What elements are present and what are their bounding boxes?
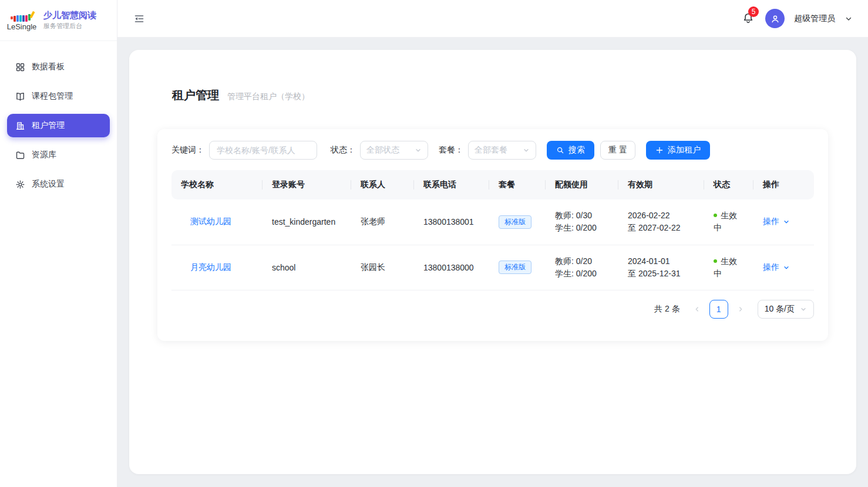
status-badge: 生效中 bbox=[714, 256, 737, 278]
sidebar-item-label: 租户管理 bbox=[32, 120, 65, 131]
quota-students: 学生: 0/200 bbox=[555, 222, 618, 234]
cell-school-name: 月亮幼儿园 bbox=[171, 245, 263, 290]
column-header-account: 登录账号 bbox=[263, 170, 351, 199]
chevron-down-icon bbox=[523, 147, 530, 154]
cell-package: 标准版 bbox=[489, 199, 546, 245]
validity-end: 至 2027-02-22 bbox=[628, 222, 704, 234]
quota-teachers: 教师: 0/30 bbox=[555, 209, 618, 222]
notification-badge: 5 bbox=[748, 6, 759, 17]
plus-icon bbox=[655, 146, 664, 154]
row-actions-label: 操作 bbox=[763, 262, 779, 273]
column-header-package: 套餐 bbox=[489, 170, 546, 199]
keyword-input[interactable] bbox=[209, 141, 317, 160]
search-button[interactable]: 搜索 bbox=[547, 141, 594, 160]
avatar[interactable] bbox=[765, 9, 785, 28]
quota-students: 学生: 0/200 bbox=[555, 268, 618, 280]
validity-end: 至 2025-12-31 bbox=[628, 268, 704, 280]
package-badge: 标准版 bbox=[499, 215, 531, 229]
row-actions-dropdown[interactable]: 操作 bbox=[763, 217, 790, 227]
tenants-table: 学校名称 登录账号 联系人 联系电话 套餐 配额使用 有效期 状态 操作 bbox=[171, 170, 814, 290]
notifications-button[interactable]: 5 bbox=[742, 12, 756, 26]
cell-login-account: test_kindergarten bbox=[263, 199, 351, 245]
row-actions-label: 操作 bbox=[763, 217, 779, 227]
gear-icon bbox=[15, 180, 25, 190]
search-icon bbox=[556, 146, 564, 154]
page-size-value: 10 条/页 bbox=[765, 304, 795, 314]
validity-start: 2024-01-01 bbox=[628, 255, 704, 268]
cell-quota: 教师: 0/20 学生: 0/200 bbox=[546, 245, 618, 290]
chevron-down-icon bbox=[783, 264, 790, 271]
package-label: 套餐： bbox=[439, 145, 463, 155]
building-icon bbox=[15, 121, 25, 131]
status-label: 状态： bbox=[331, 145, 355, 155]
status-dot-icon bbox=[714, 259, 717, 263]
column-header-status: 状态 bbox=[704, 170, 753, 199]
cell-package: 标准版 bbox=[489, 245, 546, 290]
content-card: 租户管理 管理平台租户（学校） 关键词： 状态： 全部状态 套餐： 全 bbox=[129, 50, 856, 474]
sidebar-item-dashboard[interactable]: 数据看板 bbox=[7, 55, 110, 79]
cell-validity: 2026-02-22 至 2027-02-22 bbox=[618, 199, 704, 245]
package-select-value: 全部套餐 bbox=[475, 145, 507, 155]
sidebar-item-tenants[interactable]: 租户管理 bbox=[7, 114, 110, 137]
pagination-page-1[interactable]: 1 bbox=[709, 300, 728, 319]
cell-contact: 张老师 bbox=[351, 199, 414, 245]
package-select[interactable]: 全部套餐 bbox=[468, 141, 536, 160]
top-header: 5 超级管理员 bbox=[117, 0, 868, 38]
open-book-icon bbox=[15, 92, 25, 102]
page-size-select[interactable]: 10 条/页 bbox=[758, 300, 814, 319]
column-header-contact: 联系人 bbox=[351, 170, 414, 199]
status-badge: 生效中 bbox=[714, 211, 737, 232]
brand-title: 少儿智慧阅读 bbox=[43, 10, 96, 21]
cell-actions: 操作 bbox=[753, 199, 814, 245]
chevron-left-icon bbox=[694, 306, 701, 313]
sidebar-item-resources[interactable]: 资源库 bbox=[7, 143, 110, 167]
pagination-total: 共 2 条 bbox=[654, 304, 680, 314]
cell-status: 生效中 bbox=[704, 199, 753, 245]
cell-school-name: 测试幼儿园 bbox=[171, 199, 263, 245]
sidebar-item-label: 资源库 bbox=[32, 150, 56, 160]
school-name-link[interactable]: 月亮幼儿园 bbox=[190, 262, 231, 272]
column-header-school: 学校名称 bbox=[171, 170, 263, 199]
brand-block: LeSingle 少儿智慧阅读 服务管理后台 bbox=[0, 0, 117, 41]
brand-text: 少儿智慧阅读 服务管理后台 bbox=[43, 10, 96, 31]
chevron-right-icon bbox=[737, 306, 744, 313]
pagination-next-button[interactable] bbox=[733, 302, 748, 317]
cell-actions: 操作 bbox=[753, 245, 814, 290]
folder-icon bbox=[15, 150, 25, 160]
cell-contact: 张园长 bbox=[351, 245, 414, 290]
chevron-down-icon bbox=[800, 306, 807, 313]
cell-validity: 2024-01-01 至 2025-12-31 bbox=[618, 245, 704, 290]
package-badge: 标准版 bbox=[499, 261, 531, 274]
school-name-link[interactable]: 测试幼儿园 bbox=[190, 217, 231, 226]
table-row: 测试幼儿园 test_kindergarten 张老师 13800138001 … bbox=[171, 199, 814, 245]
page-title: 租户管理 bbox=[172, 87, 219, 103]
sidebar-collapse-button[interactable] bbox=[133, 12, 146, 25]
reset-button[interactable]: 重 置 bbox=[600, 141, 635, 160]
status-select-value: 全部状态 bbox=[366, 145, 399, 155]
chevron-down-icon[interactable] bbox=[845, 15, 853, 23]
sidebar-item-label: 数据看板 bbox=[32, 62, 65, 72]
pagination-prev-button[interactable] bbox=[689, 302, 705, 317]
sidebar-item-settings[interactable]: 系统设置 bbox=[7, 173, 110, 196]
add-tenant-button-label: 添加租户 bbox=[668, 145, 701, 155]
cell-phone: 13800138001 bbox=[414, 199, 489, 245]
sidebar: LeSingle 少儿智慧阅读 服务管理后台 数据看板 课程包管理 租户管理 bbox=[0, 0, 117, 487]
dashboard-grid-icon bbox=[15, 62, 25, 72]
current-user-name[interactable]: 超级管理员 bbox=[794, 13, 835, 24]
sidebar-menu: 数据看板 课程包管理 租户管理 资源库 系统设置 bbox=[0, 41, 117, 210]
row-actions-dropdown[interactable]: 操作 bbox=[763, 262, 790, 273]
column-header-actions: 操作 bbox=[753, 170, 814, 199]
page-subtitle: 管理平台租户（学校） bbox=[227, 92, 309, 102]
brand-logo-text: LeSingle bbox=[7, 22, 37, 31]
cell-status: 生效中 bbox=[704, 245, 753, 290]
sidebar-item-course-packages[interactable]: 课程包管理 bbox=[7, 84, 110, 108]
add-tenant-button[interactable]: 添加租户 bbox=[646, 141, 710, 160]
page-title-row: 租户管理 管理平台租户（学校） bbox=[172, 87, 828, 103]
tenant-panel: 关键词： 状态： 全部状态 套餐： 全部套餐 bbox=[157, 129, 828, 341]
filter-toolbar: 关键词： 状态： 全部状态 套餐： 全部套餐 bbox=[171, 141, 814, 160]
brand-subtitle: 服务管理后台 bbox=[43, 22, 96, 31]
brand-logo: LeSingle bbox=[6, 10, 38, 31]
menu-fold-icon bbox=[134, 13, 144, 24]
table-row: 月亮幼儿园 school 张园长 13800138000 标准版 教师: 0/2… bbox=[171, 245, 814, 290]
status-select[interactable]: 全部状态 bbox=[360, 141, 428, 160]
